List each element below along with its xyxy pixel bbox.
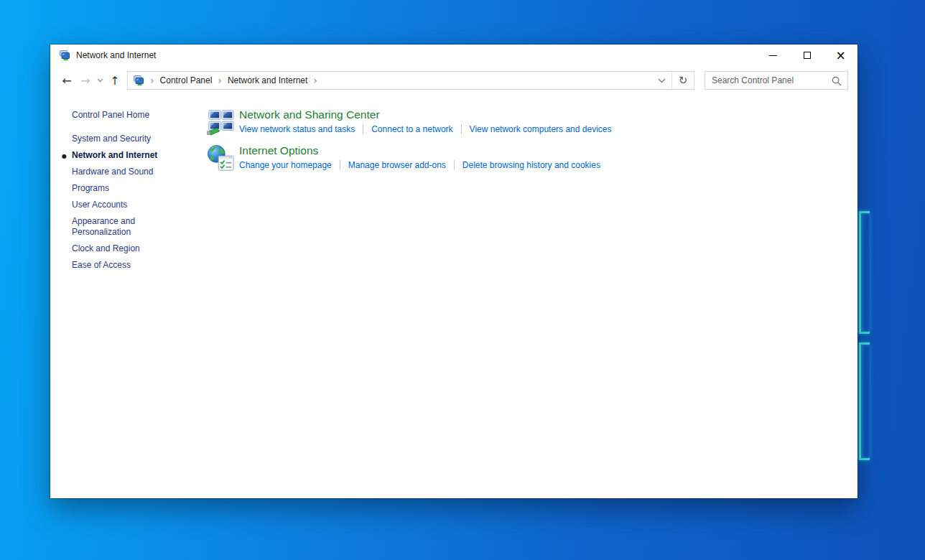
navigation-bar: ← → ↑ › Control Panel › Network and Inte… [50, 66, 857, 95]
address-dropdown-button[interactable] [651, 72, 671, 89]
search-input[interactable] [705, 72, 847, 89]
desktop-accent-rectangle [859, 342, 870, 460]
category-internet-options: Internet Options Change your homepage Ma… [207, 144, 840, 177]
control-panel-window: Network and Internet × ← → ↑ [50, 45, 857, 498]
connect-to-network-link[interactable]: Connect to a network [371, 124, 452, 134]
sidebar-item-control-panel-home[interactable]: Control Panel Home [72, 107, 203, 123]
control-panel-icon [59, 50, 70, 61]
close-button[interactable]: × [824, 45, 857, 66]
back-button[interactable]: ← [57, 71, 76, 90]
selected-bullet-icon: ● [62, 151, 67, 162]
maximize-icon [804, 52, 811, 59]
internet-options-icon[interactable] [207, 144, 236, 173]
refresh-button[interactable]: ↻ [672, 72, 694, 89]
minimize-icon [769, 55, 777, 56]
internet-options-link[interactable]: Internet Options [239, 144, 600, 157]
delete-history-link[interactable]: Delete browsing history and cookies [462, 160, 600, 170]
breadcrumb-separator-icon[interactable]: › [307, 75, 323, 85]
chevron-down-icon [97, 78, 103, 83]
search-icon [832, 76, 842, 89]
sidebar-item-network-and-internet[interactable]: ● Network and Internet [72, 147, 203, 164]
view-network-computers-link[interactable]: View network computers and devices [470, 124, 612, 134]
manage-addons-link[interactable]: Manage browser add-ons [348, 160, 446, 170]
sidebar-item-programs[interactable]: Programs [72, 180, 203, 197]
breadcrumb-separator-icon[interactable]: › [144, 75, 160, 85]
sidebar: Control Panel Home System and Security ●… [72, 107, 203, 274]
sidebar-item-hardware-and-sound[interactable]: Hardware and Sound [72, 164, 203, 180]
network-sharing-center-icon[interactable] [207, 108, 236, 137]
divider [454, 160, 455, 170]
sidebar-item-ease-of-access[interactable]: Ease of Access [72, 257, 203, 274]
category-network-and-sharing-center: Network and Sharing Center View network … [207, 108, 840, 141]
address-bar[interactable]: › Control Panel › Network and Internet ›… [127, 71, 694, 90]
maximize-button[interactable] [790, 45, 824, 66]
control-panel-icon [133, 75, 144, 86]
up-button[interactable]: ↑ [106, 71, 124, 90]
title-bar[interactable]: Network and Internet × [50, 45, 857, 66]
main-content: Network and Sharing Center View network … [207, 108, 840, 179]
sidebar-item-label: Network and Internet [72, 150, 157, 160]
search-box [705, 71, 848, 90]
desktop-accent-rectangle [859, 211, 870, 334]
sidebar-item-user-accounts[interactable]: User Accounts [72, 197, 203, 213]
breadcrumb-network-and-internet[interactable]: Network and Internet [228, 75, 307, 85]
network-and-sharing-center-link[interactable]: Network and Sharing Center [239, 108, 612, 121]
divider [340, 160, 340, 170]
divider [363, 124, 363, 134]
forward-button[interactable]: → [76, 71, 95, 90]
sidebar-item-appearance-and-personalization[interactable]: Appearance and Personalization [72, 213, 187, 241]
sidebar-item-system-and-security[interactable]: System and Security [72, 131, 203, 147]
breadcrumb-separator-icon[interactable]: › [212, 75, 228, 85]
chevron-down-icon [658, 78, 666, 83]
recent-locations-button[interactable] [95, 71, 106, 90]
close-icon: × [835, 50, 845, 62]
divider [461, 124, 462, 134]
breadcrumb-control-panel[interactable]: Control Panel [160, 75, 213, 85]
view-network-status-link[interactable]: View network status and tasks [239, 124, 355, 134]
minimize-button[interactable] [756, 45, 790, 66]
sidebar-item-clock-and-region[interactable]: Clock and Region [72, 241, 203, 257]
change-homepage-link[interactable]: Change your homepage [239, 160, 332, 170]
window-title: Network and Internet [76, 50, 756, 60]
